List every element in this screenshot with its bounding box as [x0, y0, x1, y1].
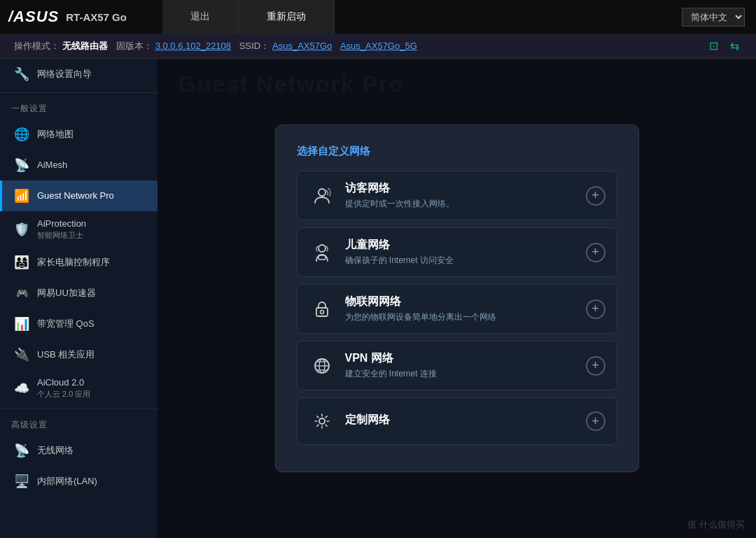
guest-net-icon [309, 183, 335, 209]
sidebar-sub-aiprotection: 智能网络卫士 [37, 230, 86, 240]
sidebar-label-wireless: 无线网络 [37, 445, 74, 457]
custom-net-name: 定制网络 [345, 413, 586, 427]
firmware-value[interactable]: 3.0.0.6.102_22108 [155, 41, 231, 51]
parental-icon: 👨‍👩‍👧 [13, 254, 30, 271]
sidebar-item-usb-app[interactable]: 🔌 USB 相关应用 [0, 339, 158, 370]
section-advanced: 高级设置 [0, 412, 158, 435]
network-option-guest[interactable]: 访客网络 提供定时或一次性接入网络。 + [297, 171, 617, 220]
vpn-net-name: VPN 网络 [345, 351, 586, 366]
divider-1 [0, 92, 158, 93]
custom-add-button[interactable]: + [586, 411, 606, 431]
status-bar: 操作模式： 无线路由器 固版本： 3.0.0.6.102_22108 SSID：… [0, 34, 756, 59]
sidebar-label-usb: USB 相关应用 [37, 349, 94, 361]
section-general: 一般设置 [0, 96, 158, 119]
wizard-icon: 🔧 [13, 66, 30, 83]
qos-icon: 📊 [13, 316, 30, 332]
lang-area: 简体中文 [682, 8, 756, 27]
network-option-kids[interactable]: 儿童网络 确保孩子的 Internet 访问安全 + [297, 227, 617, 277]
modal-box: 选择自定义网络 访客网络 提供定时或一次性接入网络。 [275, 125, 639, 472]
sidebar-item-aiprotection[interactable]: 🛡️ AiProtection 智能网络卫士 [0, 211, 158, 247]
firmware-label: 固版本： [116, 40, 153, 52]
status-icons: ⊡ ⇆ [706, 38, 742, 54]
sidebar-label-aicloud: AiCloud 2.0 [37, 377, 90, 389]
mode-label: 操作模式： [14, 40, 59, 52]
sidebar-text-aiprotection: AiProtection 智能网络卫士 [37, 218, 86, 240]
screen-icon: ⊡ [706, 38, 721, 54]
custom-net-icon [309, 408, 335, 434]
kids-net-info: 儿童网络 确保孩子的 Internet 访问安全 [345, 238, 586, 267]
asus-logo: /ASUS [8, 8, 59, 26]
sidebar-item-aicloud[interactable]: ☁️ AiCloud 2.0 个人云 2.0 应用 [0, 370, 158, 406]
network-map-icon: 🌐 [13, 126, 30, 143]
aimesh-icon: 📡 [13, 157, 30, 174]
guest-net-name: 访客网络 [345, 181, 586, 196]
ssid-value-1[interactable]: Asus_AX57Go [272, 41, 332, 51]
sidebar-item-network-map[interactable]: 🌐 网络地图 [0, 119, 158, 150]
sidebar-item-parental-control[interactable]: 👨‍👩‍👧 家长电脑控制程序 [0, 247, 158, 278]
usb-icon: ⇆ [727, 38, 742, 54]
vpn-net-icon [309, 353, 335, 379]
sidebar-item-uu-accelerator[interactable]: 🎮 网易UU加速器 [0, 278, 158, 309]
sidebar-label-uu: 网易UU加速器 [37, 288, 96, 299]
svg-rect-2 [318, 255, 326, 260]
mode-value: 无线路由器 [62, 40, 108, 52]
sidebar-label-network-map: 网络地图 [37, 129, 74, 141]
ssid-label: SSID： [239, 40, 270, 52]
guest-net-info: 访客网络 提供定时或一次性接入网络。 [345, 181, 586, 210]
svg-point-10 [319, 418, 325, 424]
sidebar-item-wireless[interactable]: 📡 无线网络 [0, 435, 158, 466]
vpn-net-desc: 建立安全的 Internet 连接 [345, 368, 586, 380]
guest-add-button[interactable]: + [586, 186, 606, 206]
modal-title: 选择自定义网络 [297, 145, 617, 158]
iot-net-desc: 为您的物联网设备简单地分离出一个网络 [345, 311, 586, 323]
top-bar: /ASUS RT-AX57 Go 退出 重新启动 简体中文 [0, 0, 756, 34]
sidebar-sub-aicloud: 个人云 2.0 应用 [37, 389, 90, 399]
svg-point-0 [318, 189, 326, 196]
main-layout: 🔧 网络设置向导 一般设置 🌐 网络地图 📡 AiMesh 📶 Guest Ne… [0, 59, 756, 538]
sidebar-item-label-wizard: 网络设置向导 [37, 69, 92, 80]
sidebar-item-guest-network-pro[interactable]: 📶 Guest Network Pro [0, 180, 158, 211]
iot-net-info: 物联网网络 为您的物联网设备简单地分离出一个网络 [345, 295, 586, 323]
network-option-custom[interactable]: 定制网络 + [297, 397, 617, 445]
sidebar-item-qos[interactable]: 📊 带宽管理 QoS [0, 309, 158, 339]
sidebar-item-aimesh[interactable]: 📡 AiMesh [0, 150, 158, 180]
modal-overlay: 选择自定义网络 访客网络 提供定时或一次性接入网络。 [158, 59, 756, 538]
wireless-icon: 📡 [13, 442, 30, 459]
language-select[interactable]: 简体中文 [682, 8, 745, 27]
sidebar-label-qos: 带宽管理 QoS [37, 318, 94, 330]
lan-icon: 🖥️ [13, 473, 30, 490]
sidebar-label-aimesh: AiMesh [37, 160, 67, 171]
svg-rect-3 [316, 308, 328, 316]
network-option-vpn[interactable]: VPN 网络 建立安全的 Internet 连接 + [297, 341, 617, 390]
sidebar-label-lan: 内部网络(LAN) [37, 476, 97, 488]
kids-net-icon [309, 239, 335, 266]
sidebar-item-network-setup-wizard[interactable]: 🔧 网络设置向导 [0, 59, 158, 90]
kids-net-desc: 确保孩子的 Internet 访问安全 [345, 255, 586, 267]
vpn-net-info: VPN 网络 建立安全的 Internet 连接 [345, 351, 586, 380]
iot-add-button[interactable]: + [586, 299, 606, 319]
logo-area: /ASUS RT-AX57 Go [8, 8, 162, 26]
guest-network-icon: 📶 [13, 187, 30, 204]
divider-2 [0, 409, 158, 409]
sidebar-label-aiprotection: AiProtection [37, 218, 86, 230]
content-area: Guest Network Pro 选择自定义网络 [158, 59, 756, 538]
vpn-add-button[interactable]: + [586, 356, 606, 376]
guest-net-desc: 提供定时或一次性接入网络。 [345, 198, 586, 210]
sidebar-item-lan[interactable]: 🖥️ 内部网络(LAN) [0, 466, 158, 497]
uu-icon: 🎮 [13, 285, 30, 302]
sidebar-text-aicloud: AiCloud 2.0 个人云 2.0 应用 [37, 377, 90, 399]
iot-net-name: 物联网网络 [345, 295, 586, 309]
logout-button[interactable]: 退出 [162, 0, 239, 34]
usb-app-icon: 🔌 [13, 346, 30, 363]
network-option-iot[interactable]: 物联网网络 为您的物联网设备简单地分离出一个网络 + [297, 284, 617, 334]
svg-point-1 [318, 245, 326, 252]
restart-button[interactable]: 重新启动 [239, 0, 335, 34]
sidebar-label-guest-network-pro: Guest Network Pro [37, 190, 114, 202]
top-nav: 退出 重新启动 [162, 0, 682, 34]
aicloud-icon: ☁️ [13, 380, 30, 397]
ssid-value-2[interactable]: Asus_AX57Go_5G [340, 41, 417, 51]
sidebar: 🔧 网络设置向导 一般设置 🌐 网络地图 📡 AiMesh 📶 Guest Ne… [0, 59, 158, 538]
iot-net-icon [309, 296, 335, 323]
kids-add-button[interactable]: + [586, 243, 606, 262]
sidebar-label-parental: 家长电脑控制程序 [37, 257, 110, 269]
